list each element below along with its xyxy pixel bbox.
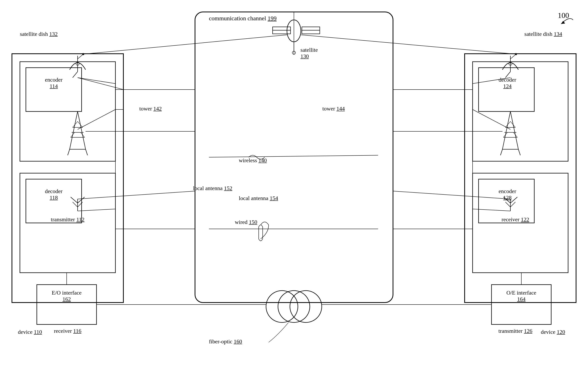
svg-line-72 bbox=[209, 155, 378, 157]
transmitter-126-label: transmitter 126 bbox=[466, 328, 565, 334]
svg-rect-1 bbox=[465, 54, 576, 302]
local-antenna-152-label: local antenna 152 bbox=[193, 185, 232, 192]
satellite-dish-134-label: satellite dish 134 bbox=[524, 31, 562, 37]
decoder-124-label: decoder124 bbox=[480, 77, 535, 89]
svg-line-36 bbox=[71, 132, 75, 137]
oe-interface-label: O/E interface164 bbox=[492, 290, 551, 302]
svg-line-80 bbox=[78, 109, 116, 129]
receiver-116-label: receiver 116 bbox=[18, 328, 117, 334]
tower-144-label: tower 144 bbox=[322, 106, 345, 112]
satellite-dish-132-label: satellite dish 132 bbox=[20, 31, 58, 37]
svg-marker-30 bbox=[70, 111, 85, 149]
svg-line-38 bbox=[68, 149, 70, 155]
fiber-optic-label: fiber-optic 160 bbox=[209, 338, 242, 345]
local-antenna-154-label: local antenna 154 bbox=[239, 195, 278, 202]
svg-marker-40 bbox=[503, 111, 518, 149]
svg-line-59 bbox=[510, 202, 515, 207]
svg-line-23 bbox=[78, 55, 83, 59]
svg-line-83 bbox=[472, 109, 510, 129]
svg-point-62 bbox=[290, 291, 322, 322]
svg-line-46 bbox=[504, 132, 507, 137]
svg-line-28 bbox=[510, 55, 515, 59]
svg-line-47 bbox=[513, 132, 517, 137]
svg-line-65 bbox=[78, 78, 123, 90]
svg-rect-0 bbox=[12, 54, 123, 302]
svg-line-58 bbox=[505, 202, 510, 207]
comm-channel-label: communication channel 199 bbox=[209, 15, 277, 22]
svg-line-63 bbox=[83, 35, 287, 54]
svg-point-60 bbox=[266, 291, 298, 322]
satellite-label: satellite130 bbox=[300, 47, 318, 60]
svg-line-53 bbox=[73, 202, 78, 207]
wireless-label: wireless 140 bbox=[239, 157, 267, 164]
svg-line-49 bbox=[518, 149, 520, 155]
encoder-128-label: encoder128 bbox=[480, 188, 535, 201]
wired-label: wired 150 bbox=[235, 219, 257, 225]
diagram-number: 100 bbox=[558, 11, 569, 20]
svg-line-81 bbox=[78, 209, 116, 211]
svg-line-39 bbox=[85, 149, 88, 155]
encoder-114-label: encoder114 bbox=[26, 77, 82, 89]
svg-rect-8 bbox=[479, 68, 534, 111]
tower-142-label: tower 142 bbox=[139, 106, 162, 112]
diagram: 100 communication channel 199 satellite1… bbox=[0, 0, 588, 374]
svg-line-37 bbox=[81, 132, 84, 137]
transmitter-112-label: transmitter 112 bbox=[18, 216, 117, 223]
svg-line-73 bbox=[78, 191, 195, 199]
svg-line-48 bbox=[500, 149, 503, 155]
svg-rect-4 bbox=[26, 68, 82, 111]
decoder-118-label: decoder118 bbox=[26, 188, 82, 201]
svg-marker-91 bbox=[561, 21, 565, 24]
svg-point-61 bbox=[278, 291, 310, 322]
eo-interface-label: E/O interface162 bbox=[37, 290, 96, 302]
receiver-122-label: receiver 122 bbox=[466, 216, 565, 223]
svg-line-64 bbox=[301, 35, 516, 54]
